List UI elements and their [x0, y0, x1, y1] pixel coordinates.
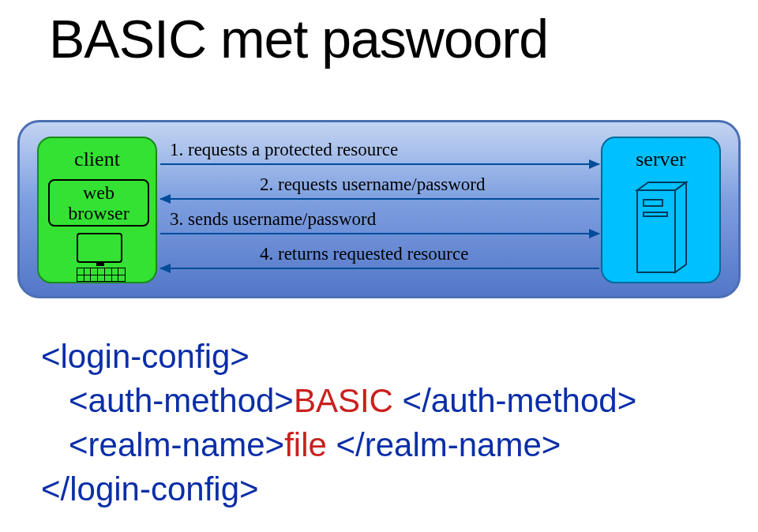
code-line-4: </login-config> — [41, 467, 636, 511]
step-4: 4. returns requested resource — [160, 244, 599, 275]
auth-sequence-diagram: client webbrowser 1. requests a protecte… — [17, 120, 741, 298]
arrow-left-icon — [160, 268, 599, 269]
server-icon — [631, 181, 694, 274]
code-line-1: <login-config> — [41, 335, 636, 379]
svg-rect-4 — [644, 212, 667, 216]
server-node: server — [601, 137, 721, 283]
svg-marker-2 — [675, 182, 686, 272]
step-2-label: 2. requests username/password — [260, 174, 486, 195]
arrow-left-icon — [160, 198, 599, 200]
svg-marker-1 — [637, 182, 686, 190]
slide-title: BASIC met paswoord — [49, 8, 548, 69]
step-1-label: 1. requests a protected resource — [170, 140, 398, 160]
client-label: client — [39, 148, 156, 171]
code-line-2: <auth-method>BASIC </auth-method> — [41, 379, 636, 423]
server-label: server — [602, 148, 719, 171]
message-arrows: 1. requests a protected resource 2. requ… — [160, 137, 599, 283]
arrow-right-icon — [160, 233, 599, 234]
web-browser-box: webbrowser — [48, 179, 149, 227]
step-3-label: 3. sends username/password — [170, 209, 376, 230]
svg-rect-3 — [644, 200, 662, 206]
step-1: 1. requests a protected resource — [160, 140, 599, 171]
step-3: 3. sends username/password — [160, 209, 599, 241]
step-2: 2. requests username/password — [160, 174, 599, 206]
code-line-3: <realm-name>file </realm-name> — [41, 423, 636, 467]
step-4-label: 4. returns requested resource — [260, 244, 468, 264]
web-browser-label: webbrowser — [68, 182, 129, 223]
client-node: client webbrowser — [37, 137, 157, 283]
xml-config-snippet: <login-config> <auth-method>BASIC </auth… — [41, 335, 636, 511]
arrow-right-icon — [160, 163, 599, 165]
computer-icon — [77, 233, 124, 279]
